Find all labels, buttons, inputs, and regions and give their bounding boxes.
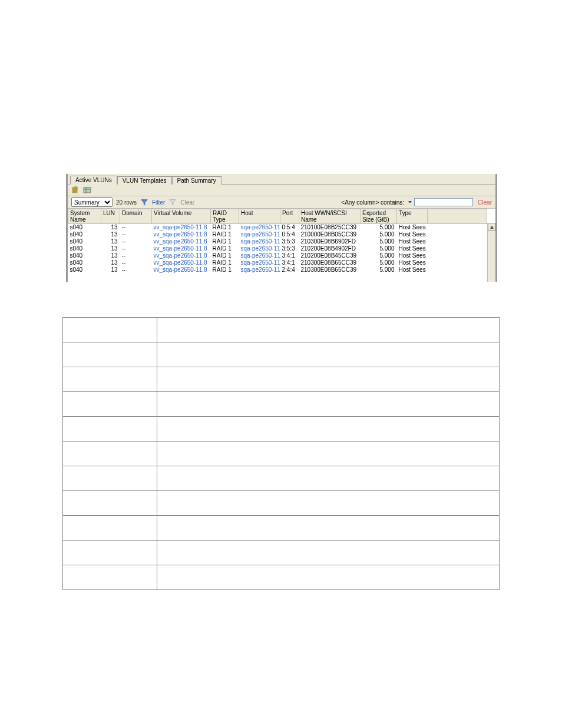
cell-host[interactable]: sqa-pe2650-11: [239, 224, 280, 232]
toolbar-icons: [68, 185, 495, 196]
column-description-table: List Column Description System NameThe s…: [62, 317, 500, 590]
cell-lun: 13: [101, 238, 120, 245]
cell-wwn: 210300E08B6902FD: [299, 238, 361, 245]
svg-rect-0: [72, 187, 77, 193]
cell-type: Host Sees: [397, 231, 428, 238]
desc-row: DomainThe domain to which the active VLU…: [63, 392, 500, 417]
desc-col-desc: The VLUN's template type (see VLUN Templ…: [157, 565, 500, 590]
col-lun[interactable]: LUN: [101, 209, 120, 224]
cell-spacer: [428, 231, 487, 238]
cell-vv[interactable]: vv_sqa-pe2650-11.8: [152, 224, 211, 232]
cell-raid: RAID 1: [211, 238, 239, 245]
desc-col-desc: The RAID type of the exported volume.: [157, 442, 500, 466]
vertical-scrollbar[interactable]: [487, 223, 495, 282]
cell-vv[interactable]: vv_sqa-pe2650-11.8: [152, 266, 211, 274]
clear-search-link[interactable]: Clear: [478, 199, 492, 206]
col-host[interactable]: Host: [239, 209, 280, 224]
table-row[interactable]: s04013--vv_sqa-pe2650-11.8RAID 1sqa-pe26…: [68, 252, 487, 259]
desc-header-row: List Column Description: [63, 318, 500, 342]
cell-type: Host Sees: [397, 252, 428, 259]
scroll-up-button[interactable]: [488, 223, 495, 231]
filter-link[interactable]: Filter: [152, 199, 165, 206]
cell-vv[interactable]: vv_sqa-pe2650-11.8: [152, 259, 211, 266]
col-exported-size[interactable]: Exported Size (GiB): [361, 209, 397, 224]
desc-col-name: System Name: [63, 342, 157, 367]
table-row[interactable]: s04013--vv_sqa-pe2650-11.8RAID 1sqa-pe26…: [68, 266, 487, 274]
cell-vv[interactable]: vv_sqa-pe2650-11.8: [152, 245, 211, 252]
cell-spacer: [428, 238, 487, 245]
cell-port: 3:5:3: [280, 245, 299, 252]
cell-raid: RAID 1: [211, 245, 239, 252]
tab-path-summary[interactable]: Path Summary: [172, 176, 222, 185]
cell-vv[interactable]: vv_sqa-pe2650-11.8: [152, 252, 211, 259]
desc-row: RAID TypeThe RAID type of the exported v…: [63, 442, 500, 466]
desc-col-desc: The exported volume's VLUN size (in MB o…: [157, 541, 500, 565]
cell-domain: --: [120, 252, 152, 259]
col-type[interactable]: Type: [397, 209, 428, 224]
cell-domain: --: [120, 245, 152, 252]
cell-lun: 13: [101, 224, 120, 232]
desc-row: HostThe host with access to the exported…: [63, 466, 500, 491]
col-raid-type[interactable]: RAID Type: [211, 209, 239, 224]
table-row[interactable]: s04013--vv_sqa-pe2650-11.8RAID 1sqa-pe26…: [68, 245, 487, 252]
vlun-table: System Name LUN Domain Virtual Volume RA…: [68, 209, 487, 274]
cell-type: Host Sees: [397, 238, 428, 245]
cell-host[interactable]: sqa-pe2650-11: [239, 259, 280, 266]
cell-system: s040: [68, 266, 101, 274]
cell-host[interactable]: sqa-pe2650-11: [239, 245, 280, 252]
table-icon[interactable]: [83, 186, 91, 195]
table-row[interactable]: s04013--vv_sqa-pe2650-11.8RAID 1sqa-pe26…: [68, 231, 487, 238]
cell-wwn: 210200E08B4902FD: [299, 245, 361, 252]
desc-col-name: Virtual Volume: [63, 417, 157, 442]
cell-lun: 13: [101, 231, 120, 238]
col-host-wwn[interactable]: Host WWN/iSCSI Name: [299, 209, 361, 224]
desc-row: System NameThe system where the VLUN res…: [63, 342, 500, 367]
cell-raid: RAID 1: [211, 224, 239, 232]
cell-host[interactable]: sqa-pe2650-11: [239, 252, 280, 259]
desc-col-name: Port: [63, 491, 157, 516]
cell-type: Host Sees: [397, 266, 428, 274]
dropdown-icon[interactable]: [408, 201, 412, 203]
table-row[interactable]: s04013--vv_sqa-pe2650-11.8RAID 1sqa-pe26…: [68, 224, 487, 232]
cell-host[interactable]: sqa-pe2650-11: [239, 238, 280, 245]
table-row[interactable]: s04013--vv_sqa-pe2650-11.8RAID 1sqa-pe26…: [68, 238, 487, 245]
cell-vv[interactable]: vv_sqa-pe2650-11.8: [152, 238, 211, 245]
desc-header-desc: Description: [157, 318, 500, 342]
cell-wwn: 210200E08B45CC39: [299, 252, 361, 259]
clear-filter-icon[interactable]: [168, 198, 177, 206]
table-container: System Name LUN Domain Virtual Volume RA…: [68, 208, 495, 282]
view-select[interactable]: Summary: [71, 197, 113, 207]
cell-type: Host Sees: [397, 245, 428, 252]
export-icon[interactable]: [71, 186, 80, 195]
cell-system: s040: [68, 259, 101, 266]
col-domain[interactable]: Domain: [120, 209, 152, 224]
desc-row: PortThe port through which the host has …: [63, 491, 500, 516]
cell-lun: 13: [101, 245, 120, 252]
vlun-panel: Active VLUNs VLUN Templates Path Summary…: [66, 174, 497, 282]
cell-wwn: 210100E08B25CC39: [299, 224, 361, 232]
search-input[interactable]: [414, 198, 473, 206]
cell-spacer: [428, 224, 487, 232]
table-header-row: System Name LUN Domain Virtual Volume RA…: [68, 209, 487, 224]
any-column-label: <Any column> contains:: [341, 199, 404, 206]
col-port[interactable]: Port: [280, 209, 299, 224]
col-system-name[interactable]: System Name: [68, 209, 101, 224]
clear-filter-link[interactable]: Clear: [180, 199, 194, 206]
cell-system: s040: [68, 238, 101, 245]
desc-row: Host WWN/iSCSI NameThe host's World Wide…: [63, 516, 500, 541]
desc-col-desc: The port through which the host has acce…: [157, 491, 500, 516]
cell-type: Host Sees: [397, 259, 428, 266]
tab-active-vluns[interactable]: Active VLUNs: [70, 176, 117, 185]
table-row[interactable]: s04013--vv_sqa-pe2650-11.8RAID 1sqa-pe26…: [68, 259, 487, 266]
cell-host[interactable]: sqa-pe2650-11: [239, 266, 280, 274]
cell-host[interactable]: sqa-pe2650-11: [239, 231, 280, 238]
col-virtual-volume[interactable]: Virtual Volume: [152, 209, 211, 224]
cell-vv[interactable]: vv_sqa-pe2650-11.8: [152, 231, 211, 238]
cell-size: 5.000: [361, 266, 397, 274]
desc-col-desc: The virtual volume being exported.: [157, 417, 500, 442]
cell-system: s040: [68, 252, 101, 259]
tab-vlun-templates[interactable]: VLUN Templates: [117, 176, 172, 185]
col-spacer: [428, 209, 487, 224]
cell-raid: RAID 1: [211, 266, 239, 274]
filter-icon[interactable]: [140, 198, 148, 206]
